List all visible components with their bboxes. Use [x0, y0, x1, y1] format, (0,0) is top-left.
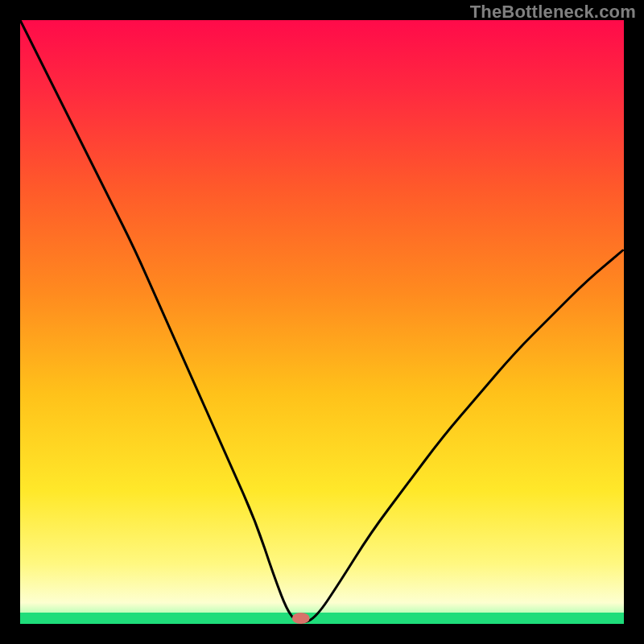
chart-frame: TheBottleneck.com — [0, 0, 644, 644]
optimal-point-marker — [292, 613, 310, 624]
bottleneck-chart — [0, 0, 644, 644]
gradient-background — [20, 20, 624, 624]
green-baseline-stripe — [20, 613, 624, 624]
